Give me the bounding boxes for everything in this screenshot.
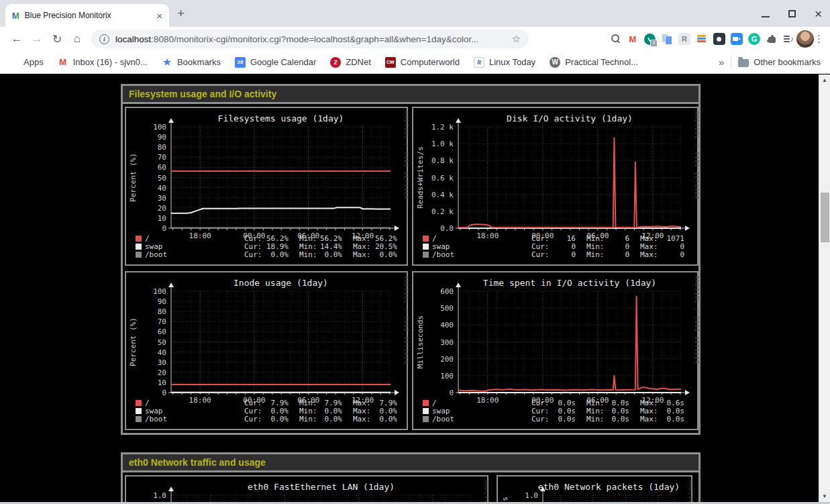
chart-title: Disk I/O activity (1day) bbox=[507, 113, 633, 123]
reload-icon[interactable]: ↻ bbox=[47, 29, 67, 49]
y-tick-label: 0 bbox=[449, 389, 454, 397]
y-tick-label: 400 bbox=[440, 321, 454, 330]
back-icon[interactable]: ← bbox=[7, 29, 27, 49]
pocket-icon[interactable] bbox=[713, 33, 725, 45]
bookmark-item[interactable]: ★Bookmarks bbox=[162, 57, 221, 68]
scroll-down-icon[interactable]: ▼ bbox=[819, 491, 830, 501]
legend-swatch bbox=[136, 416, 142, 422]
rrdtool-watermark: RRDTOOL / TOBI OETIKER bbox=[484, 480, 490, 502]
bookmark-label: Computerworld bbox=[401, 57, 460, 67]
chart-svg: eth0 Network packets (1day)0.00.10.20.30… bbox=[498, 476, 694, 502]
y-tick-label: 1.0 k bbox=[431, 140, 454, 148]
address-bar[interactable]: i localhost:8080/monitorix-cgi/monitorix… bbox=[91, 30, 529, 48]
bookmarks-overflow-icon[interactable]: » bbox=[713, 56, 729, 68]
series-line bbox=[171, 207, 391, 213]
site-info-icon[interactable]: i bbox=[99, 34, 109, 44]
axis-up-arrow-icon bbox=[168, 118, 174, 123]
tab-title: Blue Precision Monitorix bbox=[25, 11, 151, 20]
scroll-up-icon[interactable]: ▲ bbox=[819, 75, 830, 85]
x-tick-label: 18:00 bbox=[189, 232, 211, 240]
y-tick-label: 200 bbox=[440, 355, 454, 364]
search-icon[interactable] bbox=[609, 33, 621, 45]
bookmark-item[interactable]: CWComputerworld bbox=[385, 57, 460, 68]
forward-icon[interactable]: → bbox=[27, 29, 47, 49]
url-text[interactable]: localhost:8080/monitorix-cgi/monitorix.c… bbox=[115, 34, 506, 44]
maximize-icon[interactable] bbox=[788, 10, 796, 17]
bookmark-item[interactable]: 28Google Calendar bbox=[235, 57, 316, 68]
grammarly-icon[interactable]: G bbox=[748, 33, 760, 45]
browser-toolbar: ← → ↻ ⌂ i localhost:8080/monitorix-cgi/m… bbox=[0, 27, 830, 51]
other-bookmarks-label: Other bookmarks bbox=[754, 57, 821, 67]
y-tick-label: 500 bbox=[440, 304, 454, 313]
rrdtool-watermark: RRDTOOL / TOBI OETIKER bbox=[694, 276, 700, 364]
window-controls: × bbox=[762, 0, 822, 27]
window-titlebar: M Blue Precision Monitorix × + × bbox=[0, 0, 830, 27]
calendar-icon: 28 bbox=[235, 57, 246, 68]
bookmark-star-icon[interactable]: ☆ bbox=[512, 33, 521, 45]
y-tick-label: 80 bbox=[158, 307, 166, 316]
y-tick-label: 100 bbox=[440, 372, 454, 381]
puzzle-icon[interactable] bbox=[766, 33, 778, 45]
zoom-icon[interactable] bbox=[731, 33, 743, 45]
legend-stat-value: 0.0% bbox=[380, 250, 398, 259]
chart-disk-io-activity: Disk I/O activity (1day)0.00.2 k0.4 k0.6… bbox=[412, 107, 698, 266]
voice-icon[interactable] bbox=[644, 34, 656, 45]
legend-stat-value: 0.0% bbox=[325, 250, 343, 259]
x-tick-label: 18:00 bbox=[476, 232, 499, 240]
music-icon[interactable]: ♪ bbox=[783, 33, 795, 45]
chart-eth0-traffic: eth0 FastEthernet LAN (1day)0.00.10.20.3… bbox=[125, 475, 488, 502]
bookmark-label: Google Calendar bbox=[250, 57, 316, 67]
y-tick-label: 70 bbox=[158, 317, 166, 326]
bookmark-item[interactable]: ZZDNet bbox=[330, 57, 371, 68]
tab-close-icon[interactable]: × bbox=[156, 11, 162, 21]
y-axis-label: Reads+Writes/s bbox=[416, 146, 425, 209]
axis-up-arrow-icon bbox=[456, 118, 461, 123]
legend-stat-value: 0 bbox=[680, 250, 684, 259]
y-tick-label: 0 bbox=[162, 224, 166, 233]
rrdtool-watermark: RRDTOOL / TOBI OETIKER bbox=[694, 111, 700, 200]
chart-title: Filesystems usage (1day) bbox=[218, 113, 344, 123]
chart-inode-usage: Inode usage (1day)0102030405060708090100… bbox=[125, 271, 408, 430]
axis-right-arrow-icon bbox=[395, 390, 399, 395]
browser-menu-icon[interactable]: ⋮ bbox=[814, 33, 823, 45]
legend-stat-value: 0 bbox=[571, 250, 576, 259]
monitorix-section: eth0 Network traffic and usageeth0 FastE… bbox=[121, 452, 701, 502]
home-icon[interactable]: ⌂ bbox=[67, 29, 87, 49]
bookmark-item[interactable]: MInbox (16) - sjvn0... bbox=[58, 57, 148, 68]
legend-swatch bbox=[423, 416, 429, 422]
r-ext-icon[interactable]: R bbox=[678, 33, 690, 45]
copy-icon[interactable] bbox=[661, 33, 673, 45]
bookmark-item[interactable]: WPractical Technol... bbox=[550, 57, 638, 68]
y-tick-label: 1.0 bbox=[153, 491, 166, 500]
chart-svg: Filesystems usage (1day)0102030405060708… bbox=[126, 108, 409, 267]
profile-avatar[interactable] bbox=[796, 30, 814, 48]
legend-swatch bbox=[136, 236, 142, 242]
bookmarks-list: AppsMInbox (16) - sjvn0...★Bookmarks28Go… bbox=[9, 57, 713, 68]
minimize-icon[interactable] bbox=[762, 16, 770, 17]
y-tick-label: 90 bbox=[158, 133, 166, 142]
y-tick-label: 1.0 bbox=[525, 491, 538, 500]
gmail-icon[interactable]: M bbox=[627, 33, 639, 45]
page-content: Filesystem usage and I/O activityFilesys… bbox=[0, 74, 830, 502]
chart-title: eth0 Network packets (1day) bbox=[538, 482, 680, 492]
y-tick-label: 60 bbox=[158, 327, 166, 336]
monitorix-favicon: M bbox=[12, 11, 19, 21]
axis-up-arrow-icon bbox=[456, 283, 461, 287]
other-bookmarks-button[interactable]: Other bookmarks bbox=[738, 57, 821, 67]
books-icon[interactable] bbox=[696, 33, 708, 45]
chart-svg: Inode usage (1day)0102030405060708090100… bbox=[126, 272, 409, 432]
legend-stat-label: Cur: bbox=[244, 415, 262, 423]
y-tick-label: 40 bbox=[158, 348, 166, 357]
bookmark-item[interactable]: ltLinux Today bbox=[474, 57, 535, 68]
scrollbar-thumb[interactable] bbox=[821, 193, 829, 242]
bookmark-item[interactable]: Apps bbox=[9, 57, 44, 67]
y-tick-label: 600 bbox=[440, 287, 454, 296]
window-close-icon[interactable]: × bbox=[815, 7, 822, 20]
new-tab-button[interactable]: + bbox=[177, 7, 185, 19]
browser-tab[interactable]: M Blue Precision Monitorix × bbox=[5, 4, 169, 27]
legend-stat-label: Max: bbox=[353, 415, 371, 423]
page-scrollbar[interactable]: ▲ ▼ bbox=[819, 74, 830, 502]
extensions-area: MRG♪ bbox=[529, 33, 796, 45]
y-tick-label: 0.8 k bbox=[431, 156, 454, 165]
series-line bbox=[458, 138, 681, 228]
